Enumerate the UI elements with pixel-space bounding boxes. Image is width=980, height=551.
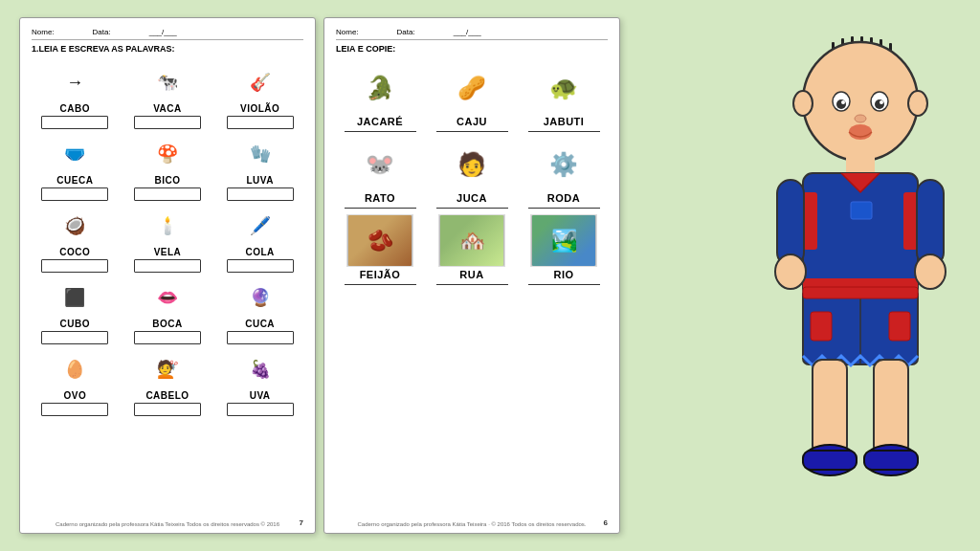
- line-rio: [528, 284, 600, 285]
- label-vela: VELA: [154, 247, 182, 257]
- box-luva[interactable]: [227, 187, 294, 201]
- box-cabelo[interactable]: [134, 403, 201, 416]
- roda-icon: [549, 149, 578, 179]
- svg-rect-35: [813, 360, 847, 455]
- image-cubo: [49, 276, 101, 317]
- word-item-ovo: OVO: [32, 348, 119, 416]
- image-uva: [234, 348, 286, 388]
- violao-icon: [250, 71, 271, 93]
- word-item-jacare: JACARÉ: [336, 61, 424, 132]
- rato-icon: [366, 149, 394, 179]
- character-svg: [750, 25, 970, 541]
- data-label-left: Data:: [93, 28, 111, 36]
- box-bico[interactable]: [134, 187, 201, 201]
- label-cabo: CABO: [60, 103, 90, 114]
- label-violao: VIOLÃO: [240, 103, 279, 114]
- boca-icon: [157, 286, 178, 308]
- image-vela: [141, 205, 193, 245]
- word-item-bico: BICO: [124, 133, 212, 201]
- right-page-title: LEIA E COPIE:: [336, 44, 608, 54]
- jabuti-icon: [549, 73, 578, 102]
- svg-rect-27: [917, 180, 944, 266]
- image-boca: [141, 276, 193, 317]
- label-roda: RODA: [547, 192, 580, 204]
- ovo-icon: [64, 358, 85, 380]
- word-item-vela: VELA: [124, 205, 212, 273]
- word-item-feijao: 🫘 FEIJÃO: [336, 214, 424, 285]
- image-jacare: [346, 61, 413, 114]
- svg-point-18: [908, 91, 927, 116]
- image-luva: [234, 133, 286, 173]
- bico-icon: [157, 143, 178, 165]
- cuca-icon: [250, 286, 271, 308]
- label-rio: RIO: [553, 269, 573, 280]
- word-item-rio: 🏞️ RIO: [520, 214, 608, 285]
- svg-rect-39: [803, 451, 857, 470]
- box-violao[interactable]: [227, 116, 294, 129]
- box-ovo[interactable]: [41, 403, 108, 416]
- cabo-icon: [66, 71, 83, 93]
- word-item-boca: BOCA: [124, 276, 212, 344]
- image-coco: [49, 205, 101, 245]
- word-item-roda: RODA: [520, 138, 608, 209]
- svg-point-17: [793, 91, 813, 116]
- image-feijao: 🫘: [346, 214, 413, 267]
- label-cuca: CUCA: [245, 319, 275, 329]
- label-cabelo: CABELO: [145, 390, 189, 401]
- box-boca[interactable]: [134, 331, 201, 344]
- line-rato: [345, 208, 416, 209]
- svg-rect-24: [803, 192, 817, 250]
- label-rua: RUA: [459, 269, 483, 280]
- word-item-rato: RATO: [336, 138, 424, 209]
- svg-point-12: [875, 99, 884, 109]
- word-item-vaca: VACA: [124, 61, 212, 129]
- svg-rect-34: [889, 312, 910, 341]
- label-jabuti: JABUTI: [544, 116, 585, 127]
- left-footer: Caderno organizado pela professora Kátia…: [30, 521, 305, 527]
- box-cola[interactable]: [227, 259, 294, 273]
- word-item-cuca: CUCA: [216, 276, 303, 344]
- cueca-icon: [64, 143, 85, 165]
- jacare-icon: [366, 73, 394, 102]
- right-word-grid: JACARÉ CAJU JABUTI R: [336, 61, 608, 285]
- line-jabuti: [528, 131, 600, 132]
- box-uva[interactable]: [227, 403, 294, 416]
- uva-icon: [250, 358, 271, 380]
- box-cuca[interactable]: [227, 331, 294, 344]
- word-item-caju: CAJU: [428, 61, 516, 132]
- svg-point-13: [841, 100, 845, 104]
- label-juca: JUCA: [457, 192, 487, 204]
- luva-icon: [250, 143, 271, 165]
- cabelo-icon: [157, 358, 178, 380]
- image-jabuti: [530, 61, 597, 114]
- word-item-cola: COLA: [216, 205, 303, 273]
- svg-point-11: [836, 99, 846, 109]
- box-cabo[interactable]: [41, 116, 108, 129]
- left-page-header: Nome: Data: ___/___: [32, 28, 303, 40]
- right-page-number: 6: [604, 518, 608, 527]
- label-caju: CAJU: [457, 116, 487, 127]
- vela-icon: [157, 214, 178, 236]
- caju-icon: [457, 73, 486, 102]
- left-page-title: 1.LEIA E ESCREVA AS PALAVRAS:: [32, 44, 303, 54]
- nome-label-left: Nome:: [32, 28, 55, 36]
- photo-rio: 🏞️: [531, 214, 596, 267]
- left-word-grid: CABO VACA VIOLÃO CUE: [32, 61, 303, 416]
- label-cueca: CUECA: [56, 175, 93, 186]
- word-item-cabo: CABO: [32, 61, 119, 129]
- svg-point-14: [880, 100, 883, 104]
- image-bico: [141, 133, 193, 173]
- main-container: Nome: Data: ___/___ 1.LEIA E ESCREVA AS …: [0, 0, 980, 551]
- box-vela[interactable]: [134, 259, 201, 273]
- image-juca: [438, 138, 505, 190]
- box-cubo[interactable]: [41, 331, 108, 344]
- box-vaca[interactable]: [134, 116, 201, 129]
- juca-icon: [457, 149, 486, 179]
- line-jacare: [345, 131, 416, 132]
- svg-rect-26: [777, 180, 804, 266]
- box-coco[interactable]: [41, 259, 108, 273]
- label-uva: UVA: [250, 390, 271, 401]
- word-item-uva: UVA: [216, 348, 303, 416]
- box-cueca[interactable]: [41, 187, 108, 201]
- image-cuca: [234, 276, 286, 317]
